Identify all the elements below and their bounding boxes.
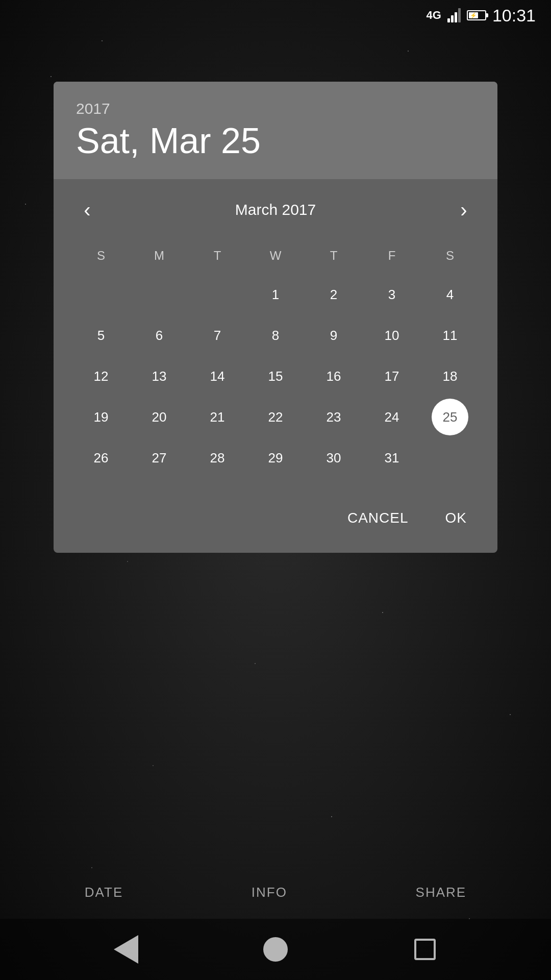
day-header-wed: W [246, 243, 305, 268]
tab-info[interactable]: INFO [239, 876, 299, 909]
calendar-day[interactable]: 24 [373, 399, 410, 435]
ok-button[interactable]: OK [433, 502, 479, 534]
calendar-day[interactable]: 15 [257, 358, 294, 395]
calendar-day[interactable]: 4 [432, 276, 468, 313]
calendar-day[interactable]: 28 [199, 439, 236, 476]
day-header-sat: S [421, 243, 479, 268]
calendar-day[interactable]: 13 [141, 358, 178, 395]
calendar-day[interactable]: 26 [83, 439, 119, 476]
month-navigation: ‹ March 2017 › [72, 194, 479, 225]
signal-strength-icon [447, 8, 461, 22]
dialog-year: 2017 [76, 100, 475, 117]
calendar-day[interactable]: 16 [315, 358, 352, 395]
calendar-day[interactable]: 27 [141, 439, 178, 476]
recent-icon [414, 939, 436, 960]
day-headers: S M T W T F S [72, 243, 479, 268]
calendar-day[interactable]: 22 [257, 399, 294, 435]
back-button[interactable] [111, 934, 141, 965]
next-month-button[interactable]: › [448, 194, 479, 225]
calendar-day[interactable]: 21 [199, 399, 236, 435]
calendar-day[interactable]: 3 [373, 276, 410, 313]
calendar-day[interactable]: 12 [83, 358, 119, 395]
day-header-tue: T [188, 243, 246, 268]
nav-bar [0, 919, 551, 980]
calendar-day[interactable]: 5 [83, 317, 119, 354]
calendar-day[interactable]: 14 [199, 358, 236, 395]
status-time: 10:31 [492, 6, 536, 26]
month-year-label: March 2017 [235, 201, 316, 218]
cancel-button[interactable]: CANCEL [335, 502, 421, 534]
calendar-day[interactable]: 30 [315, 439, 352, 476]
calendar-day[interactable]: 29 [257, 439, 294, 476]
calendar-day[interactable]: 8 [257, 317, 294, 354]
calendar-day [83, 276, 119, 313]
calendar-day [141, 276, 178, 313]
calendar-day[interactable]: 19 [83, 399, 119, 435]
calendar-day[interactable]: 2 [315, 276, 352, 313]
recent-button[interactable] [410, 934, 440, 965]
calendar-day[interactable]: 9 [315, 317, 352, 354]
prev-month-button[interactable]: ‹ [72, 194, 103, 225]
calendar-day[interactable]: 25 [432, 399, 468, 435]
date-picker-dialog: 2017 Sat, Mar 25 ‹ March 2017 › S M T W … [54, 82, 497, 553]
home-button[interactable] [260, 934, 291, 965]
calendar-day[interactable]: 11 [432, 317, 468, 354]
calendar-day[interactable]: 17 [373, 358, 410, 395]
calendar-day[interactable]: 31 [373, 439, 410, 476]
signal-type-label: 4G [427, 9, 441, 22]
calendar-day[interactable]: 20 [141, 399, 178, 435]
calendar-day[interactable]: 6 [141, 317, 178, 354]
calendar-day[interactable]: 10 [373, 317, 410, 354]
bottom-tabs: DATE INFO SHARE [0, 876, 551, 909]
battery-icon: ⚡ [467, 10, 486, 20]
dialog-header: 2017 Sat, Mar 25 [54, 82, 497, 179]
calendar-day[interactable]: 23 [315, 399, 352, 435]
calendar-day[interactable]: 18 [432, 358, 468, 395]
calendar-body: ‹ March 2017 › S M T W T F S 12345678910… [54, 179, 497, 492]
status-bar: 4G ⚡ 10:31 [0, 0, 551, 31]
calendar-day [432, 439, 468, 476]
calendar-day[interactable]: 7 [199, 317, 236, 354]
tab-date[interactable]: DATE [72, 876, 135, 909]
dialog-buttons: CANCEL OK [54, 492, 497, 553]
calendar-day[interactable]: 1 [257, 276, 294, 313]
day-header-thu: T [305, 243, 363, 268]
tab-share[interactable]: SHARE [404, 876, 479, 909]
calendar-grid: 1234567891011121314151617181920212223242… [72, 276, 479, 476]
back-icon [114, 935, 138, 964]
dialog-date-label: Sat, Mar 25 [76, 121, 475, 161]
calendar-day [199, 276, 236, 313]
day-header-mon: M [130, 243, 188, 268]
home-icon [263, 937, 288, 962]
day-header-fri: F [363, 243, 421, 268]
day-header-sun: S [72, 243, 130, 268]
